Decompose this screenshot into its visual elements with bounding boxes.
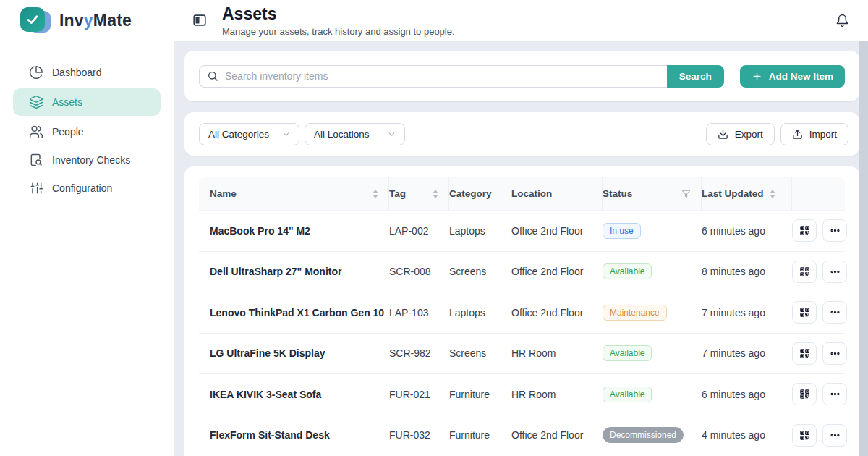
- qr-code-button[interactable]: [792, 261, 817, 283]
- status-badge: Decommissioned: [603, 427, 684, 443]
- asset-tag: LAP-002: [389, 225, 449, 237]
- asset-category: Furniture: [449, 429, 511, 441]
- status-badge: Maintenance: [603, 305, 667, 321]
- asset-last-updated: 4 minutes ago: [702, 429, 792, 441]
- ellipsis-icon: [830, 307, 841, 318]
- table-row: FlexForm Sit-Stand Desk FUR-032 Furnitur…: [199, 415, 845, 456]
- more-actions-button[interactable]: [822, 424, 847, 447]
- notifications-button[interactable]: [835, 14, 849, 28]
- asset-category: Laptops: [449, 307, 511, 318]
- asset-category: Screens: [449, 347, 511, 359]
- asset-name: Dell UltraSharp 27" Monitor: [199, 266, 389, 277]
- ellipsis-icon: [830, 225, 841, 236]
- asset-tag: SCR-982: [389, 347, 449, 359]
- more-actions-button[interactable]: [822, 261, 847, 283]
- sidebar-item-label: People: [52, 126, 84, 138]
- sidebar: InvyMate Dashboard Assets People: [0, 0, 174, 456]
- search-card: Search Add New Item: [184, 51, 859, 101]
- ellipsis-icon: [830, 389, 841, 400]
- upload-icon: [792, 129, 803, 140]
- asset-name: IKEA KIVIK 3-Seat Sofa: [199, 389, 389, 400]
- logo[interactable]: InvyMate: [0, 0, 174, 41]
- sidebar-item-label: Dashboard: [52, 67, 102, 78]
- asset-name: FlexForm Sit-Stand Desk: [199, 429, 389, 441]
- status-badge: Available: [603, 345, 652, 361]
- qr-code-icon: [799, 430, 810, 441]
- qr-code-icon: [799, 389, 810, 400]
- file-search-icon: [29, 153, 43, 167]
- qr-code-button[interactable]: [792, 424, 817, 447]
- page-title: Assets: [222, 5, 455, 22]
- table-row: MacBook Pro 14" M2 LAP-002 Laptops Offic…: [199, 210, 845, 251]
- asset-last-updated: 6 minutes ago: [702, 389, 792, 400]
- asset-name: MacBook Pro 14" M2: [199, 225, 389, 237]
- categories-select[interactable]: All Categories: [199, 123, 299, 145]
- sidebar-toggle-button[interactable]: [192, 12, 208, 28]
- sidebar-item-assets[interactable]: Assets: [13, 88, 161, 116]
- qr-code-button[interactable]: [792, 219, 817, 242]
- locations-select[interactable]: All Locations: [305, 123, 405, 145]
- asset-last-updated: 6 minutes ago: [702, 225, 792, 237]
- search-input[interactable]: [199, 65, 667, 88]
- asset-category: Laptops: [449, 225, 511, 237]
- more-actions-button[interactable]: [822, 342, 847, 365]
- import-button[interactable]: Import: [780, 123, 848, 145]
- column-header-name[interactable]: Name: [199, 177, 389, 210]
- asset-location: Office 2nd Floor: [511, 307, 603, 318]
- asset-name: LG UltraFine 5K Display: [199, 347, 389, 359]
- download-icon: [718, 129, 728, 140]
- status-badge: In use: [603, 223, 641, 239]
- asset-location: Office 2nd Floor: [511, 266, 603, 277]
- qr-code-icon: [799, 225, 810, 236]
- asset-category: Screens: [449, 266, 511, 277]
- main-content: Search Add New Item All Categories All L…: [174, 41, 868, 456]
- sidebar-item-label: Inventory Checks: [52, 154, 130, 166]
- add-new-item-button[interactable]: Add New Item: [740, 65, 845, 88]
- panel-left-icon: [192, 12, 208, 28]
- more-actions-button[interactable]: [822, 383, 847, 405]
- sidebar-item-people[interactable]: People: [13, 119, 161, 144]
- asset-last-updated: 8 minutes ago: [702, 266, 792, 277]
- column-header-tag[interactable]: Tag: [389, 177, 449, 210]
- categories-select-value: All Categories: [208, 129, 269, 140]
- sidebar-item-dashboard[interactable]: Dashboard: [13, 60, 161, 85]
- table-header: Name Tag Category Location Status Last U…: [199, 177, 845, 210]
- ellipsis-icon: [830, 266, 841, 277]
- scrollbar[interactable]: [859, 41, 868, 456]
- asset-location: HR Room: [511, 347, 603, 359]
- sort-icon[interactable]: [770, 190, 775, 198]
- status-badge: Available: [603, 263, 652, 279]
- more-actions-button[interactable]: [822, 219, 847, 242]
- column-header-status[interactable]: Status: [603, 177, 702, 210]
- asset-name: Lenovo ThinkPad X1 Carbon Gen 10: [199, 307, 389, 318]
- table-row: IKEA KIVIK 3-Seat Sofa FUR-021 Furniture…: [199, 373, 845, 415]
- asset-tag: SCR-008: [389, 266, 449, 277]
- status-badge: Available: [603, 387, 652, 402]
- search-button[interactable]: Search: [667, 65, 724, 88]
- more-actions-button[interactable]: [822, 301, 847, 324]
- search-group: Search: [199, 65, 724, 88]
- export-button[interactable]: Export: [706, 123, 775, 145]
- asset-last-updated: 7 minutes ago: [702, 347, 792, 359]
- users-icon: [29, 124, 43, 139]
- page-header: Assets Manage your assets, track history…: [174, 0, 868, 41]
- sidebar-item-inventory-checks[interactable]: Inventory Checks: [13, 148, 161, 172]
- asset-tag: FUR-032: [389, 429, 449, 441]
- sort-icon[interactable]: [433, 190, 438, 198]
- table-row: LG UltraFine 5K Display SCR-982 Screens …: [199, 333, 845, 374]
- bell-icon: [835, 14, 849, 28]
- qr-code-button[interactable]: [792, 383, 817, 405]
- sidebar-item-configuration[interactable]: Configuration: [13, 176, 161, 200]
- asset-tag: LAP-103: [389, 307, 449, 318]
- sort-icon[interactable]: [373, 190, 378, 198]
- qr-code-icon: [799, 266, 810, 277]
- pie-chart-icon: [29, 65, 43, 80]
- filters-card: All Categories All Locations Export Impo…: [184, 112, 859, 156]
- column-header-last-updated[interactable]: Last Updated: [702, 177, 792, 210]
- qr-code-button[interactable]: [792, 301, 817, 324]
- logo-text: InvyMate: [59, 11, 132, 30]
- qr-code-button[interactable]: [792, 342, 817, 365]
- qr-code-icon: [799, 307, 810, 318]
- filter-icon[interactable]: [681, 189, 691, 198]
- asset-category: Furniture: [449, 389, 511, 400]
